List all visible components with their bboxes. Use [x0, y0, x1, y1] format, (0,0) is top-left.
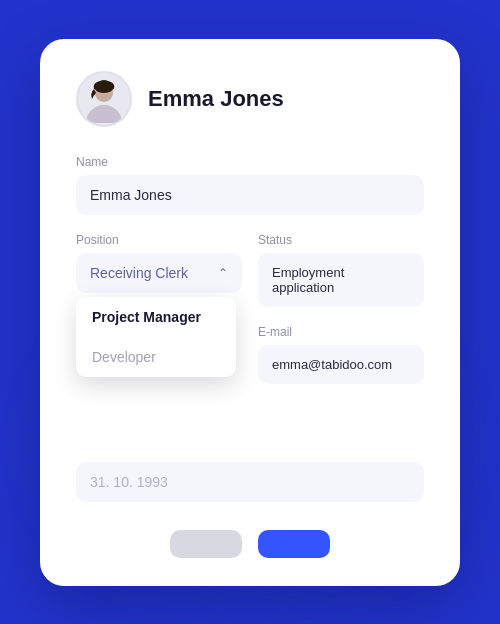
dob-input[interactable]: 31. 10. 1993	[76, 462, 424, 502]
name-field-group: Name Emma Jones	[76, 155, 424, 215]
avatar	[76, 71, 132, 127]
email-label: E-mail	[258, 325, 424, 339]
footer-buttons	[76, 530, 424, 558]
form-card: Emma Jones Name Emma Jones Position Rece…	[40, 39, 460, 586]
profile-name: Emma Jones	[148, 86, 284, 112]
position-select-wrapper: Receiving Clerk ⌃ Project Manager Develo…	[76, 253, 242, 293]
dropdown-item-project-manager[interactable]: Project Manager	[76, 297, 236, 337]
position-select[interactable]: Receiving Clerk ⌃	[76, 253, 242, 293]
right-col: Status Employment application E-mail emm…	[258, 233, 424, 402]
status-input[interactable]: Employment application	[258, 253, 424, 307]
dropdown-item-developer[interactable]: Developer	[76, 337, 236, 377]
dob-field-group: 31. 10. 1993	[76, 462, 424, 502]
status-field-group: Status Employment application	[258, 233, 424, 307]
position-dropdown: Project Manager Developer	[76, 297, 236, 377]
position-label: Position	[76, 233, 242, 247]
name-input[interactable]: Emma Jones	[76, 175, 424, 215]
profile-header: Emma Jones	[76, 71, 424, 127]
svg-point-0	[86, 105, 122, 123]
status-label: Status	[258, 233, 424, 247]
position-col: Position Receiving Clerk ⌃ Project Manag…	[76, 233, 242, 402]
name-label: Name	[76, 155, 424, 169]
save-button[interactable]	[258, 530, 330, 558]
chevron-up-icon: ⌃	[218, 266, 228, 280]
position-status-row: Position Receiving Clerk ⌃ Project Manag…	[76, 233, 424, 402]
position-value: Receiving Clerk	[90, 265, 188, 281]
email-input[interactable]: emma@tabidoo.com	[258, 345, 424, 384]
cancel-button[interactable]	[170, 530, 242, 558]
email-field-group: E-mail emma@tabidoo.com	[258, 325, 424, 384]
